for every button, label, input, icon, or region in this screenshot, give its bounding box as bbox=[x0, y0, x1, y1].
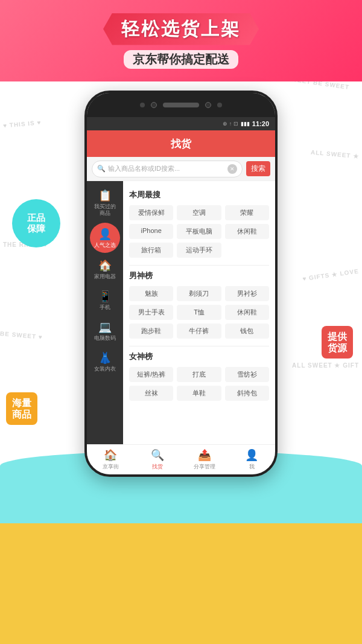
nav-item-profile[interactable]: 👤 我 bbox=[228, 448, 275, 471]
phone-top-bar bbox=[87, 93, 275, 117]
section-title-men: 男神榜 bbox=[129, 270, 269, 281]
search-nav-icon: 🔍 bbox=[151, 448, 164, 462]
nav-item-home[interactable]: 🏠 京享街 bbox=[87, 448, 134, 471]
tag-casual-shoes[interactable]: 休闲鞋 bbox=[225, 224, 269, 239]
float-label-tigong: 提供 货源 bbox=[322, 326, 353, 359]
bottom-nav: 🏠 京享街 🔍 找货 📤 分享管理 👤 我 bbox=[87, 444, 275, 474]
tag-tablet[interactable]: 平板电脑 bbox=[177, 224, 221, 239]
top-banner: 轻松选货上架 京东帮你搞定配送 bbox=[0, 0, 362, 81]
share-nav-label: 分享管理 bbox=[194, 463, 215, 471]
popular-icon: 👤 bbox=[98, 228, 112, 241]
digital-icon: 💻 bbox=[98, 320, 112, 334]
phone-label: 手机 bbox=[100, 304, 110, 311]
tag-jeans[interactable]: 牛仔裤 bbox=[177, 324, 221, 339]
search-magnifier-icon: 🔍 bbox=[97, 165, 106, 173]
fashion-icon: 👗 bbox=[98, 351, 112, 365]
tag-rongye[interactable]: 荣耀 bbox=[225, 205, 269, 220]
sidebar-item-digital[interactable]: 💻 电脑数码 bbox=[87, 316, 123, 346]
tag-crossbody[interactable]: 斜挎包 bbox=[225, 386, 269, 401]
digital-label: 电脑数码 bbox=[94, 335, 116, 342]
tag-wristband[interactable]: 运动手环 bbox=[177, 243, 221, 258]
tag-running-shoes[interactable]: 跑步鞋 bbox=[129, 324, 173, 339]
tag-iphone[interactable]: iPhone bbox=[129, 224, 173, 239]
bg-deco: BE SWEET ♥ bbox=[0, 330, 43, 340]
status-icons: ⊕ ↑ ⊡ bbox=[223, 121, 238, 127]
popular-label: 人气之选 bbox=[94, 242, 116, 249]
sidebar-item-popular[interactable]: 👤 人气之选 bbox=[90, 223, 120, 253]
app-header: 找货 bbox=[87, 130, 275, 157]
phone-camera bbox=[151, 102, 157, 108]
battery-icon: ▮▮▮ bbox=[241, 121, 250, 127]
tag-stockings[interactable]: 丝袜 bbox=[129, 386, 173, 401]
tag-flats[interactable]: 单鞋 bbox=[177, 386, 221, 401]
ribbon-shape: 轻松选货上架 bbox=[103, 13, 259, 45]
phone-dot-right bbox=[217, 103, 222, 107]
week-tags-grid: 爱情保鲜 空调 荣耀 iPhone 平板电脑 休闲鞋 旅行箱 运动手环 bbox=[129, 205, 269, 258]
banner-ribbon: 轻松选货上架 bbox=[103, 13, 259, 45]
section-title-women: 女神榜 bbox=[129, 351, 269, 362]
tag-wallet[interactable]: 钱包 bbox=[225, 324, 269, 339]
phone-frame: ⊕ ↑ ⊡ ▮▮▮ 11:20 找货 🔍 输入商品名称或ID搜索... ✕ 搜索… bbox=[84, 91, 278, 477]
appliance-label: 家用电器 bbox=[94, 273, 116, 280]
phone-speaker bbox=[163, 103, 199, 107]
search-bar[interactable]: 🔍 输入商品名称或ID搜索... ✕ 搜索 bbox=[87, 157, 275, 181]
home-nav-icon: 🏠 bbox=[104, 448, 117, 462]
home-nav-label: 京享街 bbox=[103, 463, 119, 471]
tag-luggage[interactable]: 旅行箱 bbox=[129, 243, 173, 258]
profile-nav-label: 我 bbox=[249, 463, 255, 471]
search-button[interactable]: 搜索 bbox=[246, 161, 270, 176]
profile-nav-icon: 👤 bbox=[245, 448, 258, 462]
divider-1 bbox=[129, 265, 269, 266]
bg-deco: ♥ GIFTS ★ LOVE bbox=[302, 268, 360, 282]
history-icon: 📋 bbox=[98, 189, 112, 202]
app-title: 找货 bbox=[171, 137, 191, 151]
tag-shaver[interactable]: 剃须刀 bbox=[177, 286, 221, 301]
tag-watch[interactable]: 男士手表 bbox=[129, 305, 173, 320]
float-label-hailiang: 海量 商品 bbox=[6, 392, 37, 425]
men-tags-grid: 魅族 剃须刀 男衬衫 男士手表 T恤 休闲鞋 跑步鞋 牛仔裤 钱包 bbox=[129, 286, 269, 339]
nav-item-share[interactable]: 📤 分享管理 bbox=[181, 448, 228, 471]
sidebar-item-appliance[interactable]: 🏠 家用电器 bbox=[87, 254, 123, 285]
phone-camera-right bbox=[205, 102, 211, 108]
status-bar: ⊕ ↑ ⊡ ▮▮▮ 11:20 bbox=[87, 117, 275, 130]
zhengpin-text: 正品 保障 bbox=[27, 212, 45, 234]
tag-meizu[interactable]: 魅族 bbox=[129, 286, 173, 301]
main-content: 本周最搜 爱情保鲜 空调 荣耀 iPhone 平板电脑 休闲鞋 旅行箱 运动手环… bbox=[123, 181, 275, 444]
time-display: 11:20 bbox=[252, 120, 269, 127]
women-tags-grid: 短裤/热裤 打底 雪纺衫 丝袜 单鞋 斜挎包 bbox=[129, 367, 269, 401]
bg-deco: ♥ THIS IS ♥ bbox=[3, 119, 42, 129]
divider-2 bbox=[129, 346, 269, 346]
phone-device: ⊕ ↑ ⊡ ▮▮▮ 11:20 找货 🔍 输入商品名称或ID搜索... ✕ 搜索… bbox=[84, 91, 278, 477]
banner-subtitle: 京东帮你搞定配送 bbox=[124, 50, 238, 69]
bg-deco: ALL SWEET ★ GIFT bbox=[292, 362, 359, 369]
tag-tshirt[interactable]: T恤 bbox=[177, 305, 221, 320]
tag-shirt[interactable]: 男衬衫 bbox=[225, 286, 269, 301]
section-title-week: 本周最搜 bbox=[129, 190, 269, 200]
phone-content-area: 📋 我买过的 商品 👤 人气之选 🏠 家用电器 📱 手机 💻 电脑 bbox=[87, 181, 275, 444]
phone-bottom-bar bbox=[87, 474, 275, 477]
appliance-icon: 🏠 bbox=[98, 259, 112, 272]
tigong-text: 提供 货源 bbox=[328, 331, 347, 353]
phone-icon: 📱 bbox=[98, 290, 112, 303]
tag-empty bbox=[225, 243, 269, 258]
hailiang-text: 海量 商品 bbox=[12, 398, 31, 419]
sidebar-item-fashion[interactable]: 👗 女装内衣 bbox=[87, 346, 123, 377]
tag-kongtiao[interactable]: 空调 bbox=[177, 205, 221, 220]
phone-dot-left bbox=[140, 103, 145, 107]
search-nav-label: 找货 bbox=[152, 463, 163, 471]
tag-aiqingbaoxian[interactable]: 爱情保鲜 bbox=[129, 205, 173, 220]
sidebar-item-history[interactable]: 📋 我买过的 商品 bbox=[87, 184, 123, 222]
fashion-label: 女装内衣 bbox=[94, 366, 116, 372]
tag-casual-shoes-2[interactable]: 休闲鞋 bbox=[225, 305, 269, 320]
share-nav-icon: 📤 bbox=[198, 448, 211, 462]
search-input-area[interactable]: 🔍 输入商品名称或ID搜索... ✕ bbox=[92, 161, 243, 177]
tag-shorts[interactable]: 短裤/热裤 bbox=[129, 367, 173, 382]
banner-title: 轻松选货上架 bbox=[121, 19, 241, 39]
bg-deco: ALL SWEET ★ bbox=[310, 149, 359, 160]
search-clear-button[interactable]: ✕ bbox=[227, 164, 237, 174]
tag-base[interactable]: 打底 bbox=[177, 367, 221, 382]
sidebar-item-phone[interactable]: 📱 手机 bbox=[87, 285, 123, 316]
tag-chiffon[interactable]: 雪纺衫 bbox=[225, 367, 269, 382]
sidebar: 📋 我买过的 商品 👤 人气之选 🏠 家用电器 📱 手机 💻 电脑 bbox=[87, 181, 123, 444]
nav-item-search[interactable]: 🔍 找货 bbox=[134, 448, 181, 471]
